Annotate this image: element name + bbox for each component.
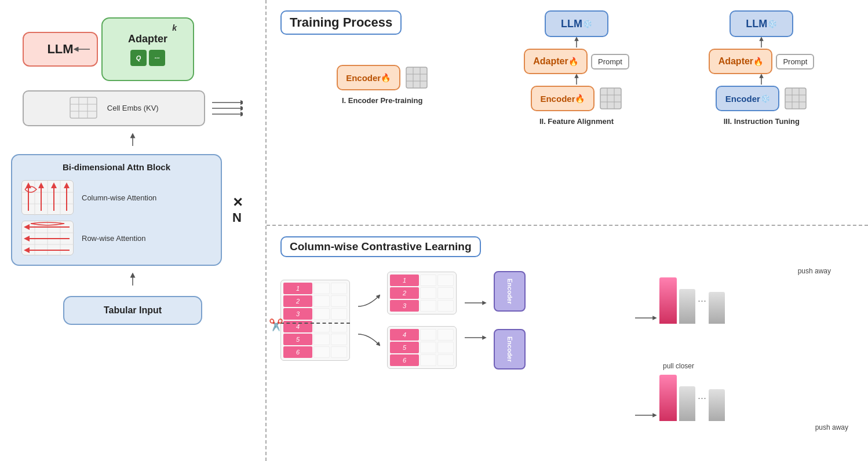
stage3-adapter-prompt: Adapter 🔥 Prompt	[709, 49, 814, 74]
col-attn-grid	[22, 181, 74, 215]
col-wise-row: Column-wise Attention	[21, 180, 211, 215]
left-panel: LLM Adapter k Q ···	[0, 0, 267, 461]
stage3-table-icon	[784, 87, 807, 110]
stage3-prompt-box: Prompt	[776, 54, 814, 69]
stt2: 2	[390, 287, 419, 299]
pull-closer-label: pull closer	[663, 362, 694, 370]
tc5	[313, 308, 330, 320]
contrastive-title: Column-wise Contrastive Learning	[290, 240, 472, 253]
arrow-up-cell-embs	[127, 133, 138, 147]
split-arrow-top	[357, 291, 380, 309]
push-away-top-label: push away	[798, 267, 831, 275]
tr1: 1	[283, 283, 312, 294]
tc9	[313, 334, 330, 345]
training-top-row: Training Process Encoder 🔥	[280, 10, 854, 126]
stage3-label: III. Instruction Tuning	[724, 117, 800, 126]
bar-gray-4	[709, 389, 725, 421]
stage2-label: II. Feature Alignment	[539, 117, 614, 126]
llm-adapter-arrow	[74, 45, 91, 54]
tc10	[331, 334, 347, 345]
scissors-icon: ✂️	[269, 318, 283, 332]
top-bar-chart: ···	[634, 277, 725, 324]
stage2-arrow1	[571, 37, 582, 49]
bar-gray-3	[679, 386, 695, 421]
svg-rect-35	[600, 88, 621, 109]
arrow-up-bi-attn	[127, 273, 138, 287]
adapter-q-box-1: Q	[130, 50, 147, 66]
full-table: 1 2 3 4	[280, 280, 350, 361]
stage2-snow-icon: ❄️	[582, 19, 592, 28]
stage2-llm-label: LLM	[561, 18, 582, 30]
sub-table-bottom: 4 5 6	[387, 326, 457, 369]
right-bottom: Column-wise Contrastive Learning 1 2	[267, 226, 868, 461]
stage3-llm-box: LLM ❄️	[730, 10, 793, 37]
tc6	[331, 308, 347, 320]
stt1: 1	[390, 275, 419, 286]
stage3-adapter-fire: 🔥	[753, 57, 763, 66]
stage2-table-icon	[599, 87, 622, 110]
contrastive-box: Column-wise Contrastive Learning	[280, 236, 481, 257]
stage3-encoder-label: Encoder	[725, 94, 760, 104]
stage2-adapter-box: Adapter 🔥	[524, 49, 588, 74]
training-process-section: Training Process Encoder 🔥	[280, 10, 484, 105]
k-label: k	[172, 23, 177, 32]
bar-gray-2	[709, 292, 725, 324]
stage1-encoder-label: Encoder	[346, 73, 381, 83]
stage3-arrow2	[756, 74, 767, 86]
adapter-q-box-2: ···	[149, 50, 165, 66]
training-section-box: Training Process	[280, 10, 402, 35]
split-arrow-bottom	[357, 332, 380, 349]
to-enc2-arrow	[464, 332, 487, 343]
stage3-arrow1	[756, 37, 767, 49]
tr6: 6	[283, 346, 312, 358]
stage2-adapter-label: Adapter	[533, 56, 568, 67]
tabular-input-label: Tabular Input	[104, 305, 162, 316]
bottom-bar-section: pull closer ··· push away	[634, 362, 854, 431]
stage1-encoder-box: Encoder 🔥	[337, 65, 400, 90]
col-attn-visual	[21, 180, 74, 215]
stage3-encoder-snow: ❄️	[760, 94, 770, 103]
row-attn-visual	[21, 221, 74, 255]
svg-rect-42	[785, 88, 806, 109]
stage1-fire-icon: 🔥	[381, 73, 391, 82]
stage3-encoder-row: Encoder ❄️	[716, 86, 807, 111]
cell-embs-grid-icon	[69, 96, 98, 119]
cell-embs-row: Cell Embs (KV)	[23, 90, 243, 126]
bottom-bar-chart: ···	[634, 375, 725, 421]
tc4	[331, 295, 347, 307]
bar-pink-top	[659, 277, 677, 324]
bi-attn-block: Bi-dimensional Attn Block	[11, 154, 222, 266]
ellipsis-bottom: ···	[698, 392, 706, 404]
up-arrow-to-cell	[23, 133, 243, 147]
full-table-area: 1 2 3 4	[280, 280, 350, 361]
times-n-label: ✕ N	[232, 195, 254, 225]
tr5: 5	[283, 334, 312, 345]
training-title: Training Process	[290, 15, 392, 30]
up-arrow-to-bi-attn	[23, 273, 243, 287]
cell-to-adapter-arrows	[211, 97, 243, 120]
encoders-col: Encoder Encoder	[494, 271, 526, 369]
row-wise-row: Row-wise Attention	[21, 221, 211, 255]
stb4: 4	[390, 329, 419, 341]
stt3: 3	[390, 300, 419, 312]
tc1	[313, 283, 330, 294]
col-attn-label: Column-wise Attention	[82, 193, 156, 202]
top-bar-section: push away ···	[634, 267, 854, 324]
stage3-adapter-box: Adapter 🔥	[709, 49, 772, 74]
bar-gray-1	[679, 289, 695, 324]
ellipsis-top: ···	[698, 295, 706, 307]
stage1-encoder-row: Encoder 🔥	[337, 65, 428, 90]
stage2-prompt-box: Prompt	[591, 54, 629, 69]
to-encoder-arrows	[464, 297, 487, 343]
llm-label: LLM	[47, 42, 73, 57]
stb5: 5	[390, 342, 419, 353]
split-dashed-line	[280, 323, 350, 324]
stage-3-col: LLM ❄️ Adapter 🔥	[669, 10, 854, 126]
stage2-llm-box: LLM ❄️	[545, 10, 608, 37]
stage2-adapter-prompt: Adapter 🔥 Prompt	[524, 49, 629, 74]
stage3-snow-icon: ❄️	[767, 19, 777, 28]
stage2-encoder-fire: 🔥	[575, 94, 585, 103]
bar-pink-bottom	[659, 375, 677, 421]
sub-tables: 1 2 3 4 5	[387, 272, 457, 369]
stage3-adapter-label: Adapter	[719, 56, 753, 67]
